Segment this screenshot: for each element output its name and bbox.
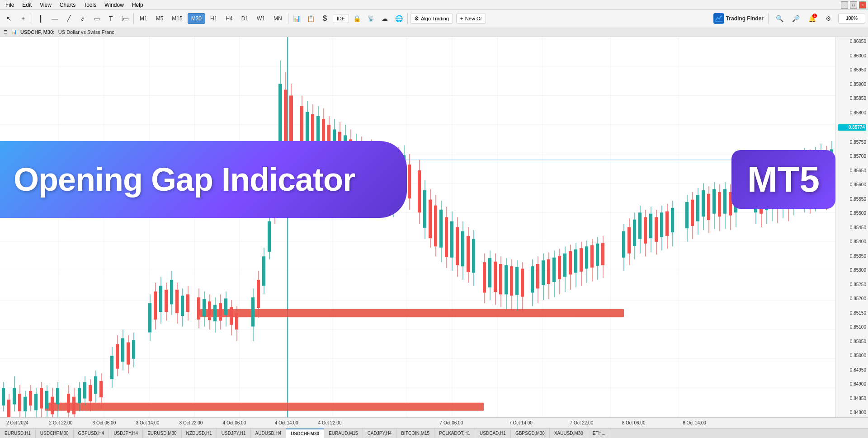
tab-nzdusd-h1[interactable]: NZDUSD,H1: [182, 429, 217, 438]
cursor-tool[interactable]: ↖: [3, 12, 15, 25]
tf-d1[interactable]: D1: [238, 13, 252, 24]
tf-m15[interactable]: M15: [168, 13, 186, 24]
algo-trading-btn[interactable]: ⚙ Algo Trading: [410, 14, 453, 24]
menu-edit[interactable]: Edit: [19, 1, 35, 9]
maximize-button[interactable]: □: [850, 1, 857, 9]
price-label: 0.84800: [838, 410, 866, 415]
chart-description: US Dollar vs Swiss Franc: [58, 29, 114, 35]
tab-audusd-h4[interactable]: AUDUSD,H4: [251, 429, 287, 438]
svg-rect-116: [262, 256, 265, 286]
price-label: 0.85750: [838, 140, 866, 145]
svg-rect-264: [712, 189, 716, 213]
tf-m1[interactable]: M1: [136, 13, 151, 24]
zoom-value: 100%: [838, 14, 865, 24]
text-tool[interactable]: T: [104, 12, 117, 25]
tab-usdchf-m30-1[interactable]: USDCHF,M30: [36, 429, 74, 438]
trendline-tool[interactable]: ╱: [62, 12, 75, 25]
svg-rect-70: [110, 356, 113, 379]
svg-rect-232: [601, 243, 604, 265]
svg-rect-186: [467, 236, 470, 272]
menu-charts[interactable]: Charts: [56, 1, 79, 9]
tab-polkadot-h1[interactable]: POLKADOT,H1: [434, 429, 475, 438]
time-label-11: 7 Oct 22:00: [570, 420, 594, 425]
svg-rect-180: [450, 221, 453, 258]
time-label-10: 7 Oct 14:00: [509, 420, 533, 425]
chart-symbol: USDCHF, M30:: [20, 29, 55, 35]
svg-rect-72: [116, 344, 119, 368]
svg-rect-220: [569, 251, 572, 275]
svg-rect-90: [175, 290, 179, 313]
minimize-button[interactable]: _: [841, 1, 848, 9]
zoom-in-btn[interactable]: 🔎: [789, 12, 802, 25]
tab-usdjpy-h1[interactable]: USDJPY,H1: [217, 429, 251, 438]
cloud-btn[interactable]: ☁: [378, 12, 391, 25]
svg-rect-240: [638, 212, 642, 239]
svg-rect-246: [655, 217, 658, 242]
tab-eurusd-h1[interactable]: EURUSD,H1: [0, 429, 36, 438]
notification-btn[interactable]: 🔔 1: [806, 12, 818, 25]
svg-rect-184: [461, 231, 464, 267]
tf-m30[interactable]: M30: [188, 13, 205, 24]
mt5-banner: MT5: [731, 150, 835, 209]
signal-btn[interactable]: 📡: [364, 12, 377, 25]
svg-rect-236: [627, 227, 631, 254]
svg-rect-204: [521, 268, 524, 297]
trading-finder-logo: Trading Finder: [713, 13, 764, 24]
svg-rect-42: [24, 397, 27, 411]
current-price-label: 0.85774: [838, 124, 866, 131]
tab-xauusd-m30[interactable]: XAUUSD,M30: [550, 429, 588, 438]
price-label: 0.85500: [838, 211, 866, 216]
zoom-out-btn[interactable]: 🔍: [773, 12, 786, 25]
price-label: 0.86000: [838, 53, 866, 59]
svg-rect-176: [439, 210, 443, 248]
tf-h4[interactable]: H4: [222, 13, 236, 24]
vertical-line-tool[interactable]: |: [34, 12, 47, 25]
tf-w1[interactable]: W1: [253, 13, 269, 24]
crosshair-tool[interactable]: +: [17, 12, 29, 25]
tf-m5[interactable]: M5: [152, 13, 167, 24]
notification-area: 🔔 1: [806, 12, 818, 25]
tab-usdcad-h1[interactable]: USDCAD,H1: [475, 429, 511, 438]
tab-usdchf-m30-active[interactable]: USDCHF,M30: [286, 429, 324, 438]
new-order-btn[interactable]: + New Or: [456, 14, 486, 24]
channel-tool[interactable]: ⫽: [76, 12, 89, 25]
horizontal-line-tool[interactable]: —: [48, 12, 61, 25]
tab-eth[interactable]: ETH...: [588, 429, 610, 438]
dollar-btn[interactable]: $: [319, 12, 331, 25]
opening-gap-banner: Opening Gap Indicator: [0, 141, 407, 218]
settings-btn[interactable]: ⚙: [822, 12, 835, 25]
close-button[interactable]: ×: [859, 1, 866, 9]
svg-rect-114: [257, 280, 260, 308]
menu-file[interactable]: File: [2, 1, 18, 9]
tab-eurusd-m30[interactable]: EURUSD,M30: [143, 429, 181, 438]
time-label-6: 4 Oct 06:00: [223, 420, 246, 425]
tab-bitcoin-m15[interactable]: BITCOIN,M15: [396, 429, 434, 438]
tab-gbpsgd-m30[interactable]: GBPSGD,M30: [511, 429, 550, 438]
ide-btn[interactable]: IDE: [333, 14, 349, 23]
market-btn[interactable]: 🌐: [392, 12, 405, 25]
menu-view[interactable]: View: [36, 1, 55, 9]
tab-cadjpy-h4[interactable]: CADJPY,H4: [363, 429, 397, 438]
template-btn[interactable]: 📋: [305, 12, 317, 25]
lock-btn[interactable]: 🔒: [350, 12, 363, 25]
svg-rect-64: [89, 385, 92, 401]
tab-euraud-m15[interactable]: EURAUD,M15: [324, 429, 363, 438]
svg-rect-198: [505, 265, 508, 295]
menu-help[interactable]: Help: [128, 1, 147, 9]
indicators-tool[interactable]: ⁞▭: [118, 12, 131, 25]
candlestick-chart: .bull { fill: #26a69a; } .bear { fill: #…: [0, 37, 835, 417]
shapes-tool[interactable]: ▭: [90, 12, 103, 25]
menu-window[interactable]: Window: [101, 1, 127, 9]
menu-tools[interactable]: Tools: [80, 1, 100, 9]
time-label-7: 4 Oct 14:00: [275, 420, 298, 425]
chart-type-btn[interactable]: 📊: [291, 12, 303, 25]
tf-mn[interactable]: MN: [270, 13, 286, 24]
svg-rect-108: [230, 307, 233, 325]
svg-rect-66: [94, 376, 97, 394]
window-controls: _ □ ×: [841, 1, 866, 9]
svg-rect-182: [456, 227, 459, 265]
tab-gbpusd-h4[interactable]: GBPUSD,H4: [74, 429, 109, 438]
chart-container[interactable]: .bull { fill: #26a69a; } .bear { fill: #…: [0, 37, 868, 417]
tf-h1[interactable]: H1: [207, 13, 221, 24]
tab-usdjpy-h4[interactable]: USDJPY,H4: [109, 429, 143, 438]
